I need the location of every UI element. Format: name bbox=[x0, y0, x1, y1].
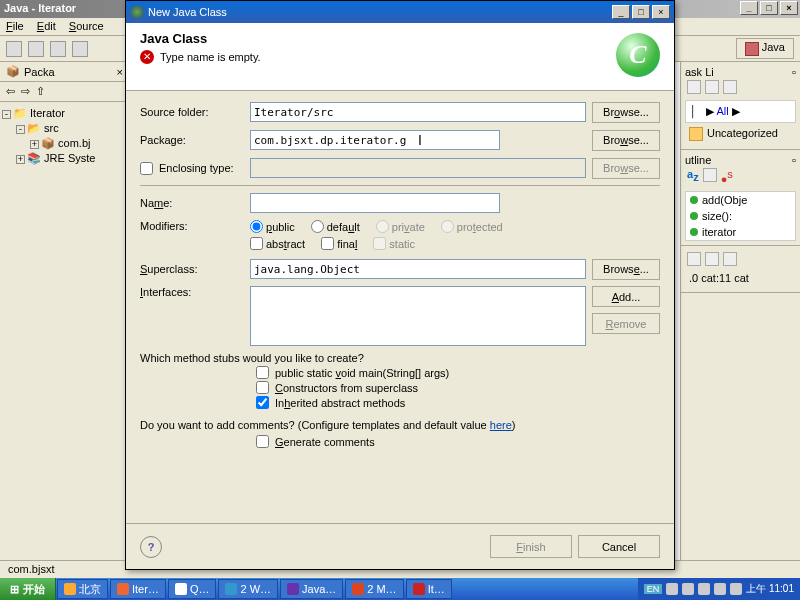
tray-icon[interactable] bbox=[666, 583, 678, 595]
dialog-close-button[interactable]: × bbox=[652, 5, 670, 19]
package-input[interactable] bbox=[250, 130, 500, 150]
nav-back-icon[interactable]: ⇦ bbox=[6, 85, 15, 98]
qq-icon bbox=[175, 583, 187, 595]
taskbar-item[interactable]: Java… bbox=[280, 579, 343, 599]
modifier-final-checkbox[interactable]: final bbox=[321, 237, 357, 250]
taskbar-item[interactable]: 2 W… bbox=[218, 579, 278, 599]
menu-source[interactable]: Source bbox=[69, 20, 104, 32]
superclass-browse-button[interactable]: Browse... bbox=[592, 259, 660, 280]
error-icon: ✕ bbox=[140, 50, 154, 64]
expander-icon[interactable]: - bbox=[2, 110, 11, 119]
taskbar-item[interactable]: It… bbox=[406, 579, 452, 599]
stubs-question-text: Which method stubs would you like to cre… bbox=[140, 352, 660, 364]
misc-tool-icon[interactable] bbox=[687, 252, 701, 266]
expander-icon[interactable]: + bbox=[16, 155, 25, 164]
stub-inherited-checkbox-row[interactable]: Inherited abstract methods bbox=[256, 396, 660, 409]
eclipse-icon bbox=[287, 583, 299, 595]
tray-icon[interactable] bbox=[714, 583, 726, 595]
package-browse-button[interactable]: Browse... bbox=[592, 130, 660, 151]
modifier-public-radio[interactable]: public bbox=[250, 220, 295, 233]
interfaces-add-button[interactable]: Add... bbox=[592, 286, 660, 307]
toolbar-run-icon[interactable] bbox=[72, 41, 88, 57]
stub-main-checkbox[interactable] bbox=[256, 366, 269, 379]
stub-constructors-checkbox-row[interactable]: Constructors from superclass bbox=[256, 381, 660, 394]
main-max-button[interactable]: □ bbox=[760, 1, 778, 15]
interfaces-listbox[interactable] bbox=[250, 286, 586, 346]
system-tray: EN 上午 11:01 bbox=[638, 578, 800, 600]
package-explorer-close-icon[interactable]: × bbox=[117, 66, 123, 78]
modifier-private-radio: private bbox=[376, 220, 425, 233]
tray-icon[interactable] bbox=[682, 583, 694, 595]
name-input[interactable] bbox=[250, 193, 500, 213]
main-close-button[interactable]: × bbox=[780, 1, 798, 15]
taskbar-item[interactable]: 2 M… bbox=[345, 579, 403, 599]
misc-tool-icon[interactable] bbox=[705, 252, 719, 266]
main-title-text: Java - Iterator bbox=[4, 2, 76, 14]
outline-hide-static-icon[interactable]: ●s bbox=[721, 168, 733, 185]
tasklist-all-link[interactable]: All bbox=[716, 105, 728, 117]
taskbar-item[interactable]: Iter… bbox=[110, 579, 166, 599]
tasklist-toolbar-icon[interactable] bbox=[705, 80, 719, 94]
outline-method-iterator[interactable]: iterator bbox=[686, 224, 795, 240]
misc-status-text: .0 cat:11 cat bbox=[685, 268, 796, 288]
tree-src[interactable]: -📂 src bbox=[2, 121, 127, 136]
tree-project[interactable]: -📁 Iterator bbox=[2, 106, 127, 121]
outline-tab-label[interactable]: utline bbox=[685, 154, 711, 166]
tray-icon[interactable] bbox=[730, 583, 742, 595]
toolbar-save-icon[interactable] bbox=[28, 41, 44, 57]
nav-up-icon[interactable]: ⇧ bbox=[36, 85, 45, 98]
enclosing-type-checkbox-label[interactable]: Enclosing type: bbox=[140, 162, 250, 175]
stub-main-checkbox-row[interactable]: public static void main(String[] args) bbox=[256, 366, 660, 379]
stub-constructors-checkbox[interactable] bbox=[256, 381, 269, 394]
misc-tool-icon[interactable] bbox=[723, 252, 737, 266]
tasklist-toolbar-icon[interactable] bbox=[687, 80, 701, 94]
menu-file[interactable]: File bbox=[6, 20, 24, 32]
tasklist-tab-label[interactable]: ask Li bbox=[685, 66, 714, 78]
tree-package[interactable]: +📦 com.bj bbox=[2, 136, 127, 151]
tree-jre[interactable]: +📚 JRE Syste bbox=[2, 151, 127, 166]
perspective-java-button[interactable]: Java bbox=[736, 38, 794, 58]
generate-comments-checkbox[interactable] bbox=[256, 435, 269, 448]
configure-templates-link[interactable]: here bbox=[490, 419, 512, 431]
toolbar-new-icon[interactable] bbox=[6, 41, 22, 57]
toolbar-debug-icon[interactable] bbox=[50, 41, 66, 57]
modifier-abstract-checkbox[interactable]: abstract bbox=[250, 237, 305, 250]
modifier-default-radio[interactable]: default bbox=[311, 220, 360, 233]
folder-icon bbox=[689, 127, 703, 141]
help-icon[interactable]: ? bbox=[140, 536, 162, 558]
superclass-label: Superclass: bbox=[140, 263, 250, 275]
expander-icon[interactable]: - bbox=[16, 125, 25, 134]
source-folder-browse-button[interactable]: Browse... bbox=[592, 102, 660, 123]
dialog-max-button[interactable]: □ bbox=[632, 5, 650, 19]
tasklist-toolbar-icon[interactable] bbox=[723, 80, 737, 94]
outline-method-size[interactable]: size(): bbox=[686, 208, 795, 224]
package-tree: -📁 Iterator -📂 src +📦 com.bj +📚 JRE Syst… bbox=[0, 102, 129, 170]
main-min-button[interactable]: _ bbox=[740, 1, 758, 15]
cancel-button[interactable]: Cancel bbox=[578, 535, 660, 558]
clock[interactable]: 上午 11:01 bbox=[746, 582, 794, 596]
outline-method-add[interactable]: add(Obje bbox=[686, 192, 795, 208]
source-folder-input[interactable] bbox=[250, 102, 586, 122]
nav-fwd-icon[interactable]: ⇨ bbox=[21, 85, 30, 98]
tray-icon[interactable] bbox=[698, 583, 710, 595]
tasklist-min-icon[interactable]: ▫ bbox=[792, 66, 796, 78]
generate-comments-checkbox-row[interactable]: Generate comments bbox=[256, 435, 660, 448]
outline-min-icon[interactable]: ▫ bbox=[792, 154, 796, 166]
taskbar-item[interactable]: Q… bbox=[168, 579, 217, 599]
outline-hide-icon[interactable] bbox=[703, 168, 717, 182]
tasklist-filter-field[interactable]: │ bbox=[690, 105, 697, 117]
expander-icon[interactable]: + bbox=[30, 140, 39, 149]
interfaces-remove-button: Remove bbox=[592, 313, 660, 334]
taskbar-item[interactable]: 北京 bbox=[57, 579, 108, 599]
outline-sort-az-icon[interactable]: az bbox=[687, 168, 699, 185]
menu-edit[interactable]: Edit bbox=[37, 20, 56, 32]
start-button[interactable]: ⊞开始 bbox=[0, 578, 56, 600]
superclass-input[interactable] bbox=[250, 259, 586, 279]
package-explorer-tab[interactable]: 📦Packa × bbox=[0, 62, 129, 82]
enclosing-type-checkbox[interactable] bbox=[140, 162, 153, 175]
tasklist-uncategorized[interactable]: Uncategorized bbox=[707, 127, 778, 139]
dialog-min-button[interactable]: _ bbox=[612, 5, 630, 19]
language-indicator[interactable]: EN bbox=[644, 584, 663, 594]
dialog-titlebar[interactable]: New Java Class _ □ × bbox=[126, 1, 674, 23]
stub-inherited-checkbox[interactable] bbox=[256, 396, 269, 409]
